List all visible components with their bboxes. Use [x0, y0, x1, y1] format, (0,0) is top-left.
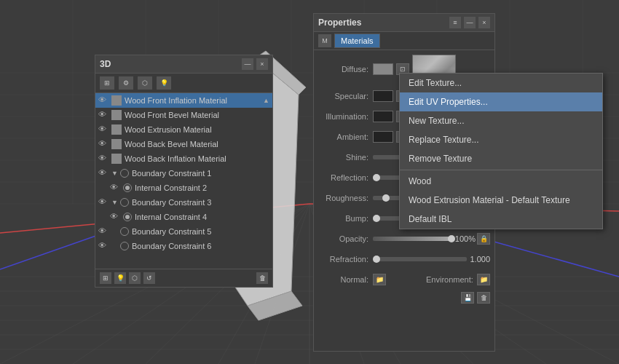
context-wood[interactable]: Wood	[400, 172, 602, 191]
diffuse-swatch[interactable]	[373, 63, 393, 75]
roughness-handle[interactable]	[382, 194, 390, 202]
bottom-save-btn[interactable]: 💾	[461, 292, 474, 304]
opacity-slider-container	[373, 235, 452, 242]
context-edit-uv[interactable]: Edit UV Properties...	[400, 92, 602, 111]
eye-icon[interactable]: 👁	[98, 226, 109, 237]
ambient-swatch[interactable]	[373, 131, 393, 143]
panel-3d-footer: ⊞ 💡 ⬡ ↺ 🗑	[95, 269, 272, 287]
layer-label: Boundary Constraint 5	[132, 227, 211, 236]
shine-label: Shine:	[318, 153, 373, 162]
context-edit-texture[interactable]: Edit Texture...	[400, 74, 602, 92]
materials-icon: M	[318, 34, 331, 47]
radio-dot	[120, 227, 129, 236]
opacity-lock-btn[interactable]: 🔒	[477, 233, 490, 245]
normal-row: Normal: 📁 Environment: 📁	[318, 272, 490, 288]
toolbar-mesh-icon[interactable]: ⬡	[138, 76, 152, 90]
panel-props-header: Properties ≡ — ×	[314, 14, 494, 32]
reflection-handle[interactable]	[373, 174, 380, 181]
eye-icon[interactable]: 👁	[110, 212, 120, 222]
refraction-row: Refraction: 1.000	[318, 251, 490, 267]
refraction-value: 1.000	[470, 255, 490, 264]
bump-label: Bump:	[318, 214, 373, 223]
footer-delete-btn[interactable]: 🗑	[256, 272, 268, 284]
list-item[interactable]: 👁 ▼ Boundary Constraint 1	[95, 166, 272, 181]
layer-label: Internal Constraint 4	[135, 213, 207, 221]
footer-rotate-btn[interactable]: ↺	[143, 272, 155, 284]
panel-props-controls: ≡ — ×	[449, 17, 490, 28]
props-options-icon[interactable]: ≡	[449, 17, 461, 28]
list-item[interactable]: 👁 Wood Front Bevel Material	[95, 108, 272, 122]
bump-handle[interactable]	[373, 215, 380, 222]
expand-arrow[interactable]: ▶	[111, 228, 119, 235]
eye-icon[interactable]: 👁	[98, 241, 109, 251]
props-collapse-btn[interactable]: —	[464, 17, 476, 28]
list-item[interactable]: 👁 ▼ Boundary Constraint 3	[95, 195, 272, 210]
illumination-label: Illumination:	[318, 112, 373, 121]
panel-3d-close-btn[interactable]: ×	[256, 58, 268, 70]
panel-3d-title: 3D	[100, 59, 111, 69]
illumination-swatch[interactable]	[373, 111, 393, 122]
eye-icon[interactable]: 👁	[98, 95, 109, 106]
refraction-label: Refraction:	[318, 255, 373, 264]
roughness-label: Roughness:	[318, 194, 373, 202]
eye-icon[interactable]: 👁	[98, 110, 109, 120]
footer-mesh-btn[interactable]: ⬡	[129, 272, 141, 284]
list-item[interactable]: 👁 Wood Front Inflation Material ▲	[95, 93, 272, 108]
footer-bulb-btn[interactable]: 💡	[114, 272, 126, 284]
tab-materials[interactable]: Materials	[334, 33, 380, 48]
list-item[interactable]: 👁 Wood Extrusion Material	[95, 122, 272, 137]
expand-arrow[interactable]: ▼	[111, 170, 119, 177]
expand-arrow[interactable]: ▼	[111, 199, 119, 206]
normal-folder-btn[interactable]: 📁	[373, 274, 386, 285]
list-item[interactable]: 👁 Wood Back Bevel Material	[95, 137, 272, 151]
list-item[interactable]: 👁 ▶ Boundary Constraint 5	[95, 224, 272, 239]
radio-dot	[123, 213, 132, 221]
radio-dot	[120, 198, 129, 207]
panel-3d: 3D — × ⊞ ⚙ ⬡ 💡 👁 Wood Front Inflation Ma…	[95, 55, 273, 288]
eye-icon[interactable]: 👁	[98, 168, 109, 178]
props-close-btn[interactable]: ×	[478, 17, 490, 28]
context-default-ibl[interactable]: Default IBL	[400, 210, 602, 229]
specular-swatch[interactable]	[373, 90, 393, 102]
scroll-arrow: ▲	[263, 97, 269, 104]
refraction-slider[interactable]	[373, 257, 467, 261]
toolbar-grid-icon[interactable]: ⊞	[100, 76, 114, 90]
panel-props-title: Properties	[318, 17, 361, 28]
list-item[interactable]: 👁 Internal Constraint 4	[95, 210, 272, 224]
list-item[interactable]: 👁 Internal Constraint 2	[95, 181, 272, 195]
expand-arrow[interactable]: ▶	[111, 242, 119, 250]
context-menu: Edit Texture... Edit UV Properties... Ne…	[399, 73, 603, 229]
eye-icon[interactable]: 👁	[98, 139, 109, 149]
opacity-label: Opacity:	[318, 234, 373, 243]
refraction-slider-container	[373, 256, 467, 263]
layer-label: Wood Front Inflation Material	[125, 96, 227, 105]
eye-icon[interactable]: 👁	[98, 124, 109, 135]
props-tabs: M Materials	[314, 32, 494, 50]
context-replace-texture[interactable]: Replace Texture...	[400, 130, 602, 149]
opacity-slider[interactable]	[373, 237, 452, 241]
list-item[interactable]: 👁 ▶ Boundary Constraint 6	[95, 239, 272, 253]
panel-3d-header: 3D — ×	[95, 55, 272, 74]
environment-folder-btn[interactable]: 📁	[477, 274, 490, 285]
eye-icon[interactable]: 👁	[110, 183, 120, 193]
toolbar-light-icon[interactable]: ⚙	[119, 76, 133, 90]
panel-3d-collapse-btn[interactable]: —	[242, 58, 253, 70]
eye-icon[interactable]: 👁	[98, 197, 109, 207]
radio-dot	[120, 242, 129, 250]
list-item[interactable]: 👁 Wood Back Inflation Material	[95, 151, 272, 166]
footer-grid-btn[interactable]: ⊞	[100, 272, 111, 284]
refraction-handle[interactable]	[373, 256, 380, 263]
layer-label: Wood Back Inflation Material	[125, 154, 226, 163]
context-wood-extrusion[interactable]: Wood Extrusion Material - Default Textur…	[400, 191, 602, 210]
bottom-icons: 💾 🗑	[318, 292, 490, 304]
reflection-label: Reflection:	[318, 173, 373, 182]
toolbar-bulb-icon[interactable]: 💡	[157, 76, 171, 90]
radio-dot	[120, 169, 129, 178]
layer-label: Wood Back Bevel Material	[125, 140, 218, 149]
bottom-delete-btn[interactable]: 🗑	[477, 292, 490, 304]
context-new-texture[interactable]: New Texture...	[400, 111, 602, 130]
context-remove-texture[interactable]: Remove Texture	[400, 149, 602, 168]
layer-list: 👁 Wood Front Inflation Material ▲ 👁 Wood…	[95, 93, 272, 274]
ambient-label: Ambient:	[318, 132, 373, 141]
eye-icon[interactable]: 👁	[98, 154, 109, 164]
